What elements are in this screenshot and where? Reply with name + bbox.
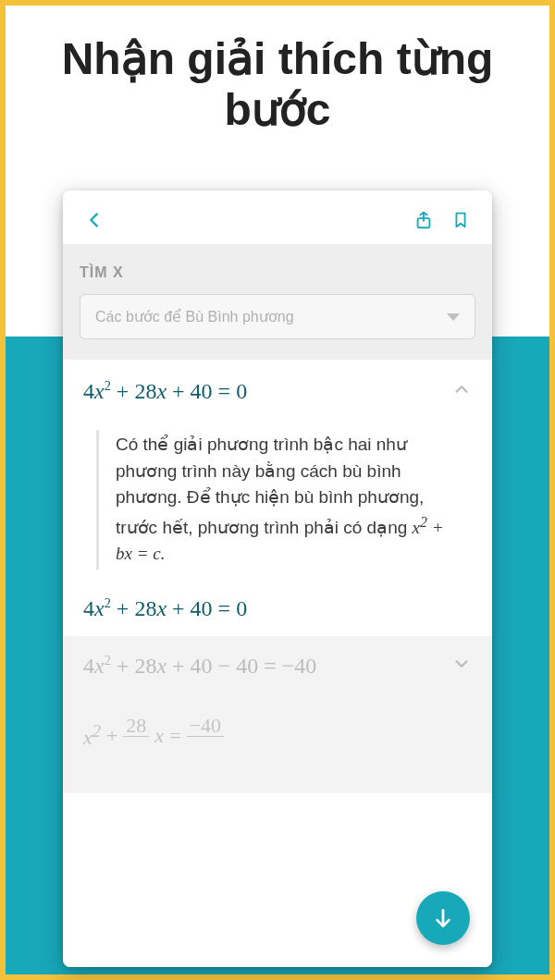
- header-grey-panel: TÌM X Các bước để Bù Bình phương: [63, 244, 492, 360]
- step-3-equation: 4x2 + 28x + 40 − 40 = −40: [83, 653, 316, 679]
- dropdown-selected: Các bước để Bù Bình phương: [95, 308, 294, 325]
- frac-x: x: [154, 724, 164, 748]
- fraction-2: −40: [187, 716, 224, 756]
- fraction-1: 28: [123, 716, 149, 756]
- chevron-down-icon: [447, 313, 460, 321]
- headline: Nhận giải thích từng bước: [6, 6, 549, 153]
- frac-x2: x2: [83, 722, 101, 750]
- chevron-down-icon: [451, 654, 472, 678]
- method-dropdown[interactable]: Các bước để Bù Bình phương: [80, 294, 475, 339]
- bookmark-icon[interactable]: [448, 207, 474, 233]
- step-4-equation: x2 + 28 x = −40: [83, 688, 472, 756]
- step-1-explanation: Có thể giải phương trình bậc hai như phư…: [96, 430, 466, 570]
- equals-sign: =: [169, 724, 180, 748]
- step-1-header[interactable]: 4x2 + 28x + 40 = 0: [63, 360, 492, 413]
- steps-content: 4x2 + 28x + 40 = 0 Có thể giải phương tr…: [63, 360, 492, 967]
- step-3-header[interactable]: 4x2 + 28x + 40 − 40 = −40: [83, 653, 472, 688]
- share-icon[interactable]: [411, 207, 437, 233]
- explanation-text: Có thể giải phương trình bậc hai như phư…: [116, 435, 424, 537]
- chevron-up-icon: [451, 379, 472, 403]
- promo-frame: Nhận giải thích từng bước TÌM X: [0, 0, 555, 980]
- step-2-equation: 4x2 + 28x + 40 = 0: [83, 595, 472, 621]
- step-1-equation: 4x2 + 28x + 40 = 0: [83, 378, 247, 404]
- section-label: TÌM X: [80, 264, 475, 281]
- step-2: 4x2 + 28x + 40 = 0: [63, 590, 492, 636]
- phone-mock: TÌM X Các bước để Bù Bình phương 4x2 + 2…: [63, 190, 492, 967]
- back-button[interactable]: [81, 207, 107, 233]
- collapsed-steps-panel: 4x2 + 28x + 40 − 40 = −40 x2 + 28 x =: [63, 636, 492, 793]
- top-bar: [63, 190, 492, 244]
- plus-sign: +: [106, 724, 117, 748]
- scroll-down-fab[interactable]: [416, 891, 470, 945]
